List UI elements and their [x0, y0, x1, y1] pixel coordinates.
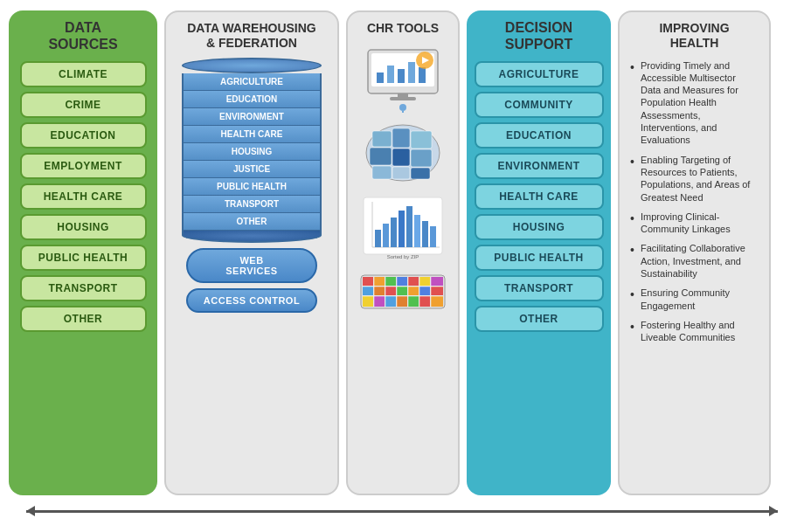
ds2-item-housing: HOUSING [475, 214, 604, 240]
svg-rect-47 [408, 287, 419, 295]
ds-item-crime: CRIME [20, 92, 147, 118]
chr-chart-icon: Sorted by ZIP [359, 193, 447, 263]
drum-seg-justice: JUSTICE [182, 161, 322, 178]
svg-rect-52 [385, 296, 396, 307]
svg-rect-32 [422, 221, 428, 247]
svg-rect-8 [390, 97, 416, 100]
svg-rect-16 [411, 131, 432, 149]
ds2-item-other: OTHER [475, 306, 604, 332]
col2-title: DATA WAREHOUSING& FEDERATION [187, 21, 316, 51]
chr-tn-map-icon [359, 268, 447, 316]
drum-seg-environment: ENVIRONMENT [182, 108, 322, 126]
svg-rect-49 [431, 287, 443, 295]
svg-rect-40 [408, 277, 419, 286]
svg-rect-26 [375, 230, 381, 247]
ih-item-2: Enabling Targeting of Resources to Patie… [630, 154, 759, 204]
col-improving-health: IMPROVINGHEALTH Providing Timely and Acc… [618, 10, 771, 495]
ds2-item-community: COMMUNITY [475, 92, 604, 118]
ds2-item-public-health: PUBLIC HEALTH [475, 245, 604, 271]
svg-rect-44 [374, 287, 385, 295]
main-diagram: DATASOURCES CLIMATE CRIME EDUCATION EMPL… [9, 10, 795, 522]
web-services-button[interactable]: WEBSERVICES [186, 248, 317, 283]
drum-bottom [182, 231, 322, 243]
svg-rect-42 [431, 277, 443, 286]
col-chr-tools: CHR TOOLS [346, 10, 460, 495]
svg-rect-50 [363, 296, 373, 307]
ds-item-education: EDUCATION [20, 122, 147, 149]
svg-rect-20 [372, 166, 392, 179]
drum-stack: AGRICULTURE EDUCATION ENVIRONMENT HEALTH… [182, 58, 322, 243]
svg-rect-48 [419, 287, 430, 295]
svg-rect-55 [419, 296, 430, 307]
svg-rect-38 [385, 277, 396, 286]
ih-item-5: Ensuring Community Engagement [630, 287, 759, 312]
access-control-button[interactable]: ACCESS CONTROL [186, 288, 317, 313]
col1-title: DATASOURCES [48, 19, 117, 52]
svg-rect-33 [430, 226, 436, 247]
svg-rect-45 [385, 287, 396, 295]
svg-rect-51 [374, 296, 385, 307]
drum-seg-public-health: PUBLIC HEALTH [182, 178, 322, 196]
svg-rect-39 [397, 277, 407, 286]
ds-item-transport: TRANSPORT [20, 275, 147, 301]
svg-rect-27 [383, 224, 389, 247]
col3-title: CHR TOOLS [367, 21, 439, 36]
svg-rect-41 [419, 277, 430, 286]
svg-rect-43 [363, 287, 373, 295]
ds-item-housing: HOUSING [20, 214, 147, 240]
drum-top [182, 58, 322, 73]
svg-rect-22 [411, 168, 430, 179]
svg-rect-53 [397, 296, 407, 307]
ds2-item-agriculture: AGRICULTURE [475, 61, 604, 87]
svg-rect-36 [363, 277, 373, 286]
svg-rect-29 [399, 211, 405, 247]
col-decision-support: DECISIONSUPPORT AGRICULTURE COMMUNITY ED… [467, 10, 611, 495]
col-data-sources: DATASOURCES CLIMATE CRIME EDUCATION EMPL… [9, 10, 157, 495]
svg-rect-6 [419, 67, 426, 83]
ih-item-3: Improving Clinical-Community Linkages [630, 211, 759, 236]
svg-rect-3 [387, 66, 394, 83]
ds2-item-health-care: HEALTH CARE [475, 183, 604, 210]
ds-item-employment: EMPLOYMENT [20, 153, 147, 179]
ds2-item-transport: TRANSPORT [475, 275, 604, 301]
svg-rect-56 [431, 296, 443, 307]
svg-rect-18 [392, 149, 410, 166]
svg-rect-54 [408, 296, 419, 307]
ih-item-4: Facilitating Collaborative Action, Inves… [630, 242, 759, 280]
drum-seg-agriculture: AGRICULTURE [182, 73, 322, 91]
svg-rect-5 [408, 62, 415, 83]
col4-title: DECISIONSUPPORT [505, 19, 572, 52]
chr-dashboard-icon [359, 43, 447, 113]
ih-item-1: Providing Timely and Accessible Multisec… [630, 59, 759, 147]
svg-rect-17 [370, 148, 392, 165]
ds-item-health-care: HEALTH CARE [20, 183, 147, 210]
svg-rect-21 [392, 167, 410, 179]
svg-rect-28 [391, 218, 397, 247]
svg-rect-14 [372, 131, 392, 147]
drum-seg-education: EDUCATION [182, 91, 322, 108]
svg-rect-31 [414, 215, 420, 247]
svg-rect-15 [392, 128, 410, 148]
drum-seg-housing: HOUSING [182, 143, 322, 161]
svg-rect-19 [411, 149, 432, 167]
col-data-warehousing: DATA WAREHOUSING& FEDERATION AGRICULTURE… [164, 10, 339, 495]
svg-rect-46 [397, 287, 407, 295]
ds2-item-education: EDUCATION [475, 122, 604, 149]
drum-seg-other: OTHER [182, 213, 322, 231]
drum-seg-transport: TRANSPORT [182, 196, 322, 213]
ds-item-climate: CLIMATE [20, 61, 147, 87]
svg-rect-4 [398, 69, 405, 83]
ds-item-public-health: PUBLIC HEALTH [20, 245, 147, 271]
svg-rect-2 [377, 73, 384, 83]
content-row: DATASOURCES CLIMATE CRIME EDUCATION EMPL… [9, 10, 795, 495]
svg-text:Sorted by ZIP: Sorted by ZIP [387, 254, 419, 259]
ds2-item-environment: ENVIRONMENT [475, 153, 604, 179]
ih-item-6: Fostering Healthy and Liveable Communiti… [630, 319, 759, 344]
svg-rect-37 [374, 277, 385, 286]
chr-map-icon [359, 118, 447, 188]
bottom-arrow [26, 501, 778, 522]
drum-seg-health-care: HEALTH CARE [182, 126, 322, 143]
arrow-line [26, 510, 778, 513]
ds-item-other: OTHER [20, 306, 147, 332]
svg-point-11 [399, 104, 406, 111]
